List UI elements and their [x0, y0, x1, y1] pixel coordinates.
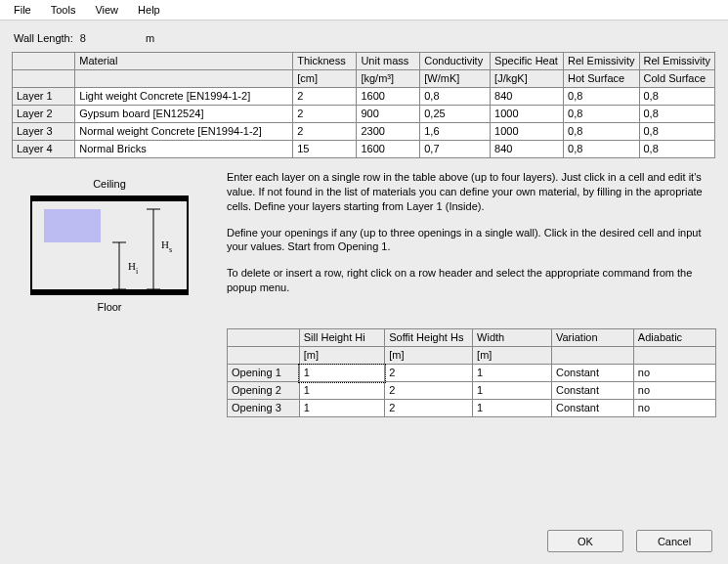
table-row: Opening 1 1 2 1 Constant no — [228, 365, 716, 382]
opening-row-header[interactable]: Opening 3 — [228, 400, 300, 417]
diagram-label-ceiling: Ceiling — [12, 176, 207, 192]
cell-soffit[interactable]: 2 — [385, 365, 473, 382]
cell-specheat[interactable]: 840 — [491, 88, 564, 106]
menu-tools[interactable]: Tools — [41, 2, 86, 18]
cell-soffit[interactable]: 2 — [385, 400, 473, 417]
cell-material[interactable]: Normal weight Concrete [EN1994-1-2] — [75, 123, 293, 141]
layers-table: Material Thickness Unit mass Conductivit… — [12, 52, 715, 158]
cell-unitmass[interactable]: 2300 — [357, 123, 420, 141]
cell-thickness[interactable]: 2 — [293, 123, 357, 141]
cell-conductivity[interactable]: 0,25 — [420, 106, 491, 123]
cell-variation[interactable]: Constant — [551, 365, 633, 382]
svg-text:H: H — [161, 239, 169, 250]
cell-emis-hot[interactable]: 0,8 — [564, 123, 639, 141]
openings-sub-1: [m] — [299, 347, 384, 365]
openings-h-sill: Sill Height Hi — [299, 329, 384, 347]
layers-sub-4: [W/mK] — [420, 70, 491, 88]
svg-rect-4 — [44, 209, 101, 242]
layers-sub-7: Cold Surface — [639, 70, 715, 88]
layers-h-unitmass: Unit mass — [357, 53, 420, 70]
dialog-window: File Tools View Help Wall Length: 8 m Ma… — [0, 0, 728, 564]
cell-emis-hot[interactable]: 0,8 — [564, 141, 639, 158]
openings-corner — [228, 329, 300, 347]
cell-width[interactable]: 1 — [473, 365, 552, 382]
layers-h-emis-cold: Rel Emissivity — [639, 53, 715, 70]
cell-conductivity[interactable]: 0,7 — [420, 141, 491, 158]
cell-adiabatic[interactable]: no — [633, 382, 715, 400]
instruction-p2: Define your openings if any (up to three… — [227, 226, 707, 255]
cell-material[interactable]: Normal Bricks — [75, 141, 293, 158]
openings-h-variation: Variation — [551, 329, 633, 347]
cell-adiabatic[interactable]: no — [633, 400, 715, 417]
openings-sub-4 — [551, 347, 633, 365]
svg-text:s: s — [169, 245, 172, 254]
cell-conductivity[interactable]: 1,6 — [420, 123, 491, 141]
layer-row-header[interactable]: Layer 3 — [13, 123, 75, 141]
table-row: Layer 4 Normal Bricks 15 1600 0,7 840 0,… — [13, 141, 715, 158]
layers-sub-5: [J/kgK] — [491, 70, 564, 88]
layers-h-material: Material — [75, 53, 293, 70]
cancel-button[interactable]: Cancel — [636, 530, 712, 552]
instruction-p1: Enter each layer on a single row in the … — [227, 170, 707, 214]
cell-thickness[interactable]: 15 — [293, 141, 357, 158]
svg-text:i: i — [136, 267, 139, 276]
cell-variation[interactable]: Constant — [551, 382, 633, 400]
menu-help[interactable]: Help — [128, 2, 170, 18]
cell-width[interactable]: 1 — [473, 400, 552, 417]
ok-button[interactable]: OK — [547, 530, 623, 552]
wall-length-value[interactable]: 8 — [80, 32, 139, 44]
layer-row-header[interactable]: Layer 1 — [13, 88, 75, 106]
cell-emis-hot[interactable]: 0,8 — [564, 88, 639, 106]
cell-variation[interactable]: Constant — [551, 400, 633, 417]
wall-length-unit: m — [146, 32, 154, 44]
openings-sub-5 — [633, 347, 715, 365]
cell-width[interactable]: 1 — [473, 382, 552, 400]
dialog-buttons: OK Cancel — [537, 530, 712, 552]
table-row: Opening 3 1 2 1 Constant no — [228, 400, 716, 417]
menu-file[interactable]: File — [4, 2, 41, 18]
opening-row-header[interactable]: Opening 1 — [228, 365, 300, 382]
cell-emis-cold[interactable]: 0,8 — [639, 88, 715, 106]
menubar: File Tools View Help — [0, 0, 728, 21]
cell-sill[interactable]: 1 — [299, 400, 384, 417]
openings-table: Sill Height Hi Soffit Height Hs Width Va… — [227, 328, 716, 417]
instructions-text: Enter each layer on a single row in the … — [207, 170, 716, 315]
cell-emis-hot[interactable]: 0,8 — [564, 106, 639, 123]
cell-specheat[interactable]: 1000 — [491, 106, 564, 123]
svg-rect-0 — [31, 195, 188, 201]
cell-material[interactable]: Gypsum board [EN12524] — [75, 106, 293, 123]
menu-view[interactable]: View — [85, 2, 128, 18]
cell-soffit[interactable]: 2 — [385, 382, 473, 400]
svg-text:H: H — [128, 260, 136, 272]
wall-length-row: Wall Length: 8 m — [0, 21, 728, 48]
cell-unitmass[interactable]: 900 — [357, 106, 420, 123]
cell-specheat[interactable]: 840 — [491, 141, 564, 158]
cell-specheat[interactable]: 1000 — [491, 123, 564, 141]
cell-emis-cold[interactable]: 0,8 — [639, 123, 715, 141]
cell-material[interactable]: Light weight Concrete [EN1994-1-2] — [75, 88, 293, 106]
layer-row-header[interactable]: Layer 4 — [13, 141, 75, 158]
cell-thickness[interactable]: 2 — [293, 88, 357, 106]
cell-thickness[interactable]: 2 — [293, 106, 357, 123]
cell-adiabatic[interactable]: no — [633, 365, 715, 382]
cell-emis-cold[interactable]: 0,8 — [639, 141, 715, 158]
wall-length-label: Wall Length: — [14, 32, 73, 44]
instruction-p3: To delete or insert a row, right click o… — [227, 266, 707, 295]
cell-emis-cold[interactable]: 0,8 — [639, 106, 715, 123]
openings-h-width: Width — [473, 329, 552, 347]
layers-h-conductivity: Conductivity — [420, 53, 491, 70]
layer-row-header[interactable]: Layer 2 — [13, 106, 75, 123]
openings-sub-2: [m] — [385, 347, 473, 365]
cell-unitmass[interactable]: 1600 — [357, 141, 420, 158]
cell-conductivity[interactable]: 0,8 — [420, 88, 491, 106]
table-row: Layer 2 Gypsum board [EN12524] 2 900 0,2… — [13, 106, 715, 123]
svg-rect-1 — [31, 289, 188, 295]
cell-sill[interactable]: 1 — [299, 382, 384, 400]
cell-sill[interactable]: 1 — [299, 365, 384, 382]
openings-sub-0 — [228, 347, 300, 365]
opening-row-header[interactable]: Opening 2 — [228, 382, 300, 400]
cell-unitmass[interactable]: 1600 — [357, 88, 420, 106]
layers-sub-3: [kg/m³] — [357, 70, 420, 88]
table-row: Layer 3 Normal weight Concrete [EN1994-1… — [13, 123, 715, 141]
openings-h-adiabatic: Adiabatic — [633, 329, 715, 347]
